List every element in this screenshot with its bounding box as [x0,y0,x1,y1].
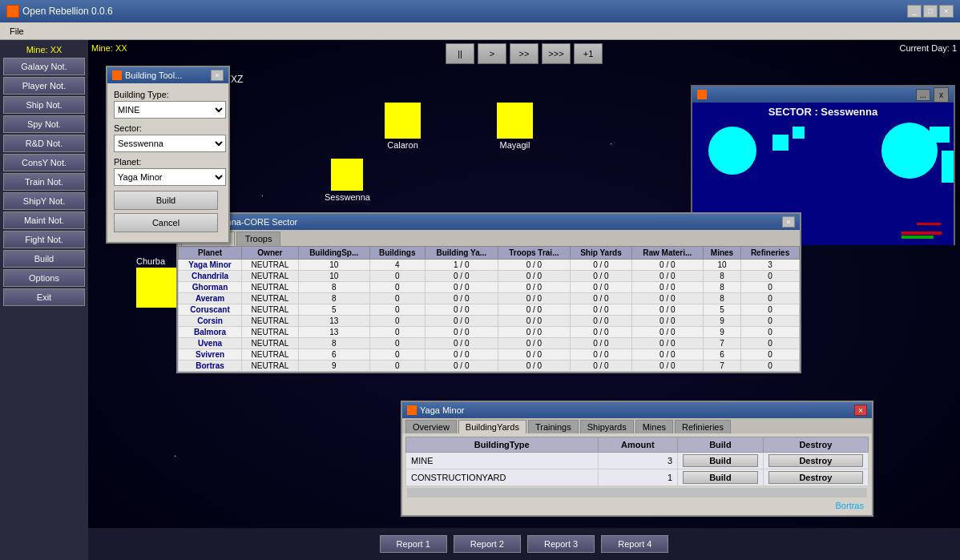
table-row[interactable]: Chandrila NEUTRAL 10 0 0 / 0 0 / 0 0 / 0… [179,271,800,282]
cell-buildingsp: 6 [298,349,369,361]
col-refineries: Refineries [741,247,800,260]
core-table-container[interactable]: Planet Owner BuildingSp... Buildings Bui… [178,246,800,372]
fight-not-btn[interactable]: Fight Not. [3,231,85,248]
cell-build[interactable]: Build [678,469,764,486]
consy-not-btn[interactable]: ConsY Not. [3,154,85,171]
options-btn[interactable]: Options [3,269,85,287]
player-not-btn[interactable]: Player Not. [3,77,85,95]
plus1-btn[interactable]: +1 [574,43,603,64]
tab-troops[interactable]: Troops [236,232,281,246]
cell-buildingya: 0 / 0 [425,304,498,316]
sector-select[interactable]: Sesswenna [114,135,226,152]
cell-buildingsp: 10 [298,271,369,282]
cell-destroy[interactable]: Destroy [763,453,868,469]
build-action-btn[interactable]: Build [683,454,758,467]
table-row[interactable]: Uvena NEUTRAL 8 0 0 / 0 0 / 0 0 / 0 0 / … [179,338,800,349]
sector-dots-btn[interactable]: ... [916,89,930,101]
cell-troopstrai: 0 / 0 [498,327,570,338]
file-menu[interactable]: File [3,25,30,38]
table-row[interactable]: Bortras NEUTRAL 9 0 0 / 0 0 / 0 0 / 0 0 … [179,361,800,372]
cell-shipyards: 0 / 0 [571,327,632,338]
fff-btn[interactable]: >>> [542,43,571,64]
sector-titlebar[interactable]: ... x [692,87,954,103]
list-item[interactable]: MINE 3 Build Destroy [406,453,869,469]
maint-not-btn[interactable]: Maint Not. [3,212,85,229]
tab-overview[interactable]: Overview [405,420,457,433]
sector-planet-circle-1 [708,127,756,175]
pause-btn[interactable]: || [446,43,474,64]
spy-not-btn[interactable]: Spy Not. [3,115,85,133]
build-main-btn[interactable]: Build [3,250,85,268]
destroy-action-btn[interactable]: Destroy [768,454,863,467]
cell-buildingsp: 9 [298,361,369,372]
play-btn[interactable]: > [478,43,506,64]
table-row[interactable]: Yaga Minor NEUTRAL 10 4 1 / 0 0 / 0 0 / … [179,260,800,271]
planet-churba[interactable]: Churba [136,256,176,308]
cell-owner: NEUTRAL [242,271,299,282]
exit-btn[interactable]: Exit [3,288,85,306]
space-map[interactable]: Mine: XX Current Day: 1 YXZ || > >> >>> … [88,40,960,560]
sector-bar-3 [917,223,941,225]
col-buildings: Buildings [369,247,425,260]
cell-build[interactable]: Build [678,453,764,469]
building-type-select[interactable]: MINE [114,101,226,119]
ff-btn[interactable]: >> [510,43,538,64]
cell-planet: Chandrila [179,271,242,282]
cell-buildings: 4 [369,260,425,271]
planet-select[interactable]: Yaga Minor [114,168,226,186]
yaga-titlebar[interactable]: Yaga Minor × [402,402,872,418]
report1-btn[interactable]: Report 1 [380,535,447,553]
tab-buildingyards[interactable]: BuildingYards [458,420,526,433]
sector-close-btn[interactable]: x [934,87,949,103]
report4-btn[interactable]: Report 4 [601,535,668,553]
cell-refineries: 0 [741,293,800,304]
title-bar: Open Rebellion 0.0.6 _ □ × [0,0,960,22]
cell-buildings: 0 [369,304,425,316]
core-titlebar[interactable]: Sesswenna-CORE Sector × [178,214,800,230]
galaxy-not-btn[interactable]: Galaxy Not. [3,58,85,75]
rnd-not-btn[interactable]: R&D Not. [3,135,85,152]
yaga-data-table: BuildingType Amount Build Destroy MINE 3… [405,437,869,486]
minimize-btn[interactable]: _ [907,5,922,18]
cell-rawmateri: 0 / 0 [631,271,703,282]
tab-shipyards[interactable]: Shipyards [580,420,634,433]
destroy-action-btn[interactable]: Destroy [768,471,863,484]
cell-buildings: 0 [369,338,425,349]
planet-calaron[interactable]: Calaron [385,103,421,150]
core-close-btn[interactable]: × [782,216,795,228]
list-item[interactable]: CONSTRUCTIONYARD 1 Build Destroy [406,469,869,486]
table-row[interactable]: Ghorman NEUTRAL 8 0 0 / 0 0 / 0 0 / 0 0 … [179,282,800,293]
toolbar: || > >> >>> +1 [446,43,603,64]
cell-buildings: 0 [369,316,425,327]
yaga-scrollbar[interactable] [407,488,867,498]
build-dialog-btn[interactable]: Build [114,191,218,210]
cell-buildingya: 0 / 0 [425,327,498,338]
maximize-btn[interactable]: □ [923,5,938,18]
ship-not-btn[interactable]: Ship Not. [3,96,85,114]
cell-planet: Uvena [179,338,242,349]
table-row[interactable]: Svivren NEUTRAL 6 0 0 / 0 0 / 0 0 / 0 0 … [179,349,800,361]
building-tool-close[interactable]: × [211,70,224,81]
close-btn[interactable]: × [939,5,954,18]
table-row[interactable]: Coruscant NEUTRAL 5 0 0 / 0 0 / 0 0 / 0 … [179,304,800,316]
table-row[interactable]: Balmora NEUTRAL 13 0 0 / 0 0 / 0 0 / 0 0… [179,327,800,338]
yaga-close-btn[interactable]: × [854,405,867,416]
report3-btn[interactable]: Report 3 [527,535,595,553]
cell-refineries: 0 [741,271,800,282]
building-tool-titlebar[interactable]: Building Tool... × [107,67,228,83]
tab-mines[interactable]: Mines [635,420,673,433]
planet-mayagil[interactable]: Mayagil [497,103,533,150]
tab-trainings[interactable]: Trainings [528,420,579,433]
cell-destroy[interactable]: Destroy [763,469,868,486]
table-row[interactable]: Averam NEUTRAL 8 0 0 / 0 0 / 0 0 / 0 0 /… [179,293,800,304]
table-row[interactable]: Corsin NEUTRAL 13 0 0 / 0 0 / 0 0 / 0 0 … [179,316,800,327]
bortras-link[interactable]: Bortras [405,499,869,512]
train-not-btn[interactable]: Train Not. [3,173,85,191]
report2-btn[interactable]: Report 2 [454,535,521,553]
tab-refinieries[interactable]: Refinieries [675,420,731,433]
building-tool-icon [112,71,122,80]
cancel-dialog-btn[interactable]: Cancel [114,213,218,232]
build-action-btn[interactable]: Build [683,471,758,484]
shipy-not-btn[interactable]: ShipY Not. [3,192,85,210]
planet-sesswenna[interactable]: Sesswenna [325,159,370,202]
